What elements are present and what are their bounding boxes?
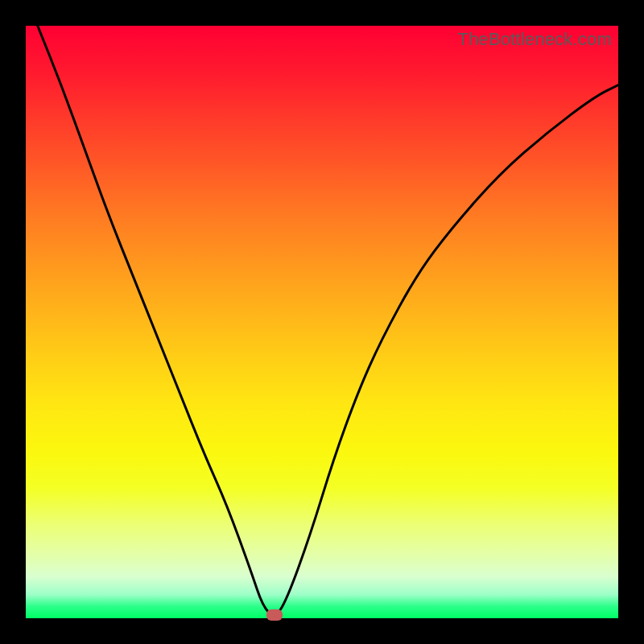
optimal-point-marker <box>266 609 283 621</box>
plot-area: TheBottleneck.com <box>26 26 618 618</box>
chart-frame: TheBottleneck.com <box>0 0 644 644</box>
bottleneck-curve <box>26 26 618 618</box>
